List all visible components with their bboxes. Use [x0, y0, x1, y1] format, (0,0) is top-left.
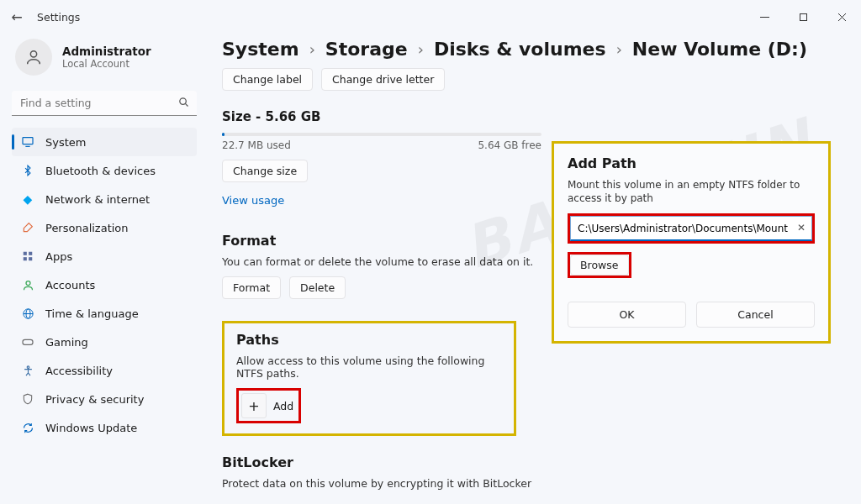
- svg-rect-1: [800, 13, 806, 20]
- account-name: Administrator: [62, 45, 151, 58]
- free-label: 5.64 GB free: [478, 139, 541, 151]
- sidebar-item-label: Apps: [45, 250, 72, 263]
- svg-rect-9: [24, 252, 27, 255]
- format-button[interactable]: Format: [222, 276, 281, 299]
- path-input[interactable]: [570, 216, 812, 241]
- paths-section-highlight: Paths Allow access to this volume using …: [222, 321, 516, 436]
- sidebar-item-label: Time & language: [45, 307, 139, 320]
- sidebar-item-label: Privacy & security: [45, 393, 144, 406]
- back-button[interactable]: ←: [0, 9, 34, 25]
- usage-bar: [222, 133, 541, 136]
- sidebar-item-gaming[interactable]: Gaming: [12, 328, 197, 356]
- globe-icon: [20, 306, 35, 321]
- browse-button[interactable]: Browse: [570, 255, 629, 276]
- svg-line-6: [185, 103, 188, 106]
- svg-point-4: [30, 51, 36, 57]
- svg-rect-17: [23, 339, 33, 344]
- sidebar-item-label: System: [45, 136, 86, 149]
- sidebar-item-network[interactable]: ◆Network & internet: [12, 185, 197, 213]
- sidebar-item-label: Accounts: [45, 279, 95, 291]
- apps-icon: [20, 249, 35, 264]
- dialog-title: Add Path: [568, 155, 815, 171]
- brush-icon: [20, 220, 35, 235]
- minimize-button[interactable]: [745, 4, 784, 29]
- search-icon: [177, 96, 190, 112]
- sidebar-item-label: Personalization: [45, 222, 129, 234]
- crumb-storage[interactable]: Storage: [325, 39, 408, 60]
- sidebar-item-privacy[interactable]: Privacy & security: [12, 385, 197, 413]
- clear-input-icon[interactable]: ✕: [797, 222, 806, 234]
- sidebar-item-personalization[interactable]: Personalization: [12, 213, 197, 242]
- sidebar-item-label: Windows Update: [45, 422, 137, 434]
- shield-icon: [20, 391, 35, 407]
- svg-rect-7: [23, 138, 33, 144]
- plus-icon: +: [248, 398, 259, 414]
- access-icon: [20, 363, 35, 378]
- add-path-highlight: + Add: [236, 388, 301, 423]
- window-title: Settings: [37, 11, 80, 24]
- view-usage-link[interactable]: View usage: [222, 194, 284, 207]
- size-heading: Size - 5.66 GB: [222, 109, 841, 124]
- chevron-right-icon: ›: [309, 40, 315, 58]
- chevron-right-icon: ›: [418, 40, 424, 58]
- search-input[interactable]: [12, 91, 197, 116]
- used-label: 22.7 MB used: [222, 139, 291, 151]
- bluetooth-icon: [20, 163, 35, 178]
- svg-point-18: [27, 365, 29, 368]
- svg-point-5: [180, 98, 187, 105]
- crumb-volume: New Volume (D:): [632, 39, 807, 60]
- add-path-label: Add: [273, 400, 293, 412]
- ok-button[interactable]: OK: [568, 302, 686, 328]
- bitlocker-heading: BitLocker: [222, 454, 841, 470]
- sidebar-item-system[interactable]: System: [12, 128, 197, 156]
- paths-desc: Allow access to this volume using the fo…: [236, 354, 502, 380]
- sidebar-item-update[interactable]: Windows Update: [12, 413, 197, 442]
- sidebar-item-label: Network & internet: [45, 193, 150, 206]
- bitlocker-desc: Protect data on this volume by encryptin…: [222, 477, 841, 490]
- crumb-system[interactable]: System: [222, 39, 299, 60]
- sidebar-item-label: Gaming: [45, 336, 88, 349]
- path-input-highlight: ✕: [568, 213, 815, 244]
- crumb-disks[interactable]: Disks & volumes: [434, 39, 606, 60]
- add-path-button[interactable]: +: [241, 393, 267, 418]
- sidebar-item-bluetooth[interactable]: Bluetooth & devices: [12, 156, 197, 185]
- sidebar-item-accounts[interactable]: Accounts: [12, 270, 197, 299]
- change-size-button[interactable]: Change size: [222, 160, 308, 182]
- update-icon: [20, 420, 35, 435]
- sidebar-item-apps[interactable]: Apps: [12, 242, 197, 270]
- side-nav: System Bluetooth & devices ◆Network & in…: [12, 128, 197, 442]
- sidebar-item-label: Bluetooth & devices: [45, 165, 156, 177]
- browse-button-highlight: Browse: [568, 252, 631, 278]
- gamepad-icon: [20, 334, 35, 349]
- add-path-dialog: Add Path Mount this volume in an empty N…: [552, 141, 831, 344]
- change-drive-letter-button[interactable]: Change drive letter: [321, 68, 445, 91]
- svg-point-13: [26, 281, 30, 285]
- avatar[interactable]: [15, 39, 52, 76]
- account-type: Local Account: [62, 58, 151, 70]
- close-button[interactable]: [822, 4, 861, 29]
- chevron-right-icon: ›: [616, 40, 622, 58]
- monitor-icon: [20, 134, 35, 150]
- delete-button[interactable]: Delete: [289, 276, 346, 299]
- dialog-subtitle: Mount this volume in an empty NTFS folde…: [568, 178, 815, 205]
- svg-rect-12: [29, 257, 32, 260]
- sidebar-item-time[interactable]: Time & language: [12, 299, 197, 328]
- svg-rect-11: [24, 257, 27, 260]
- person-icon: [20, 277, 35, 292]
- cancel-button[interactable]: Cancel: [696, 302, 815, 328]
- sidebar-item-label: Accessibility: [45, 365, 113, 377]
- wifi-icon: ◆: [20, 192, 35, 207]
- change-label-button[interactable]: Change label: [222, 68, 313, 91]
- sidebar-item-accessibility[interactable]: Accessibility: [12, 356, 197, 385]
- paths-heading: Paths: [236, 332, 502, 348]
- breadcrumb: System › Storage › Disks & volumes › New…: [222, 39, 841, 60]
- maximize-button[interactable]: [784, 4, 822, 29]
- svg-rect-10: [29, 252, 32, 255]
